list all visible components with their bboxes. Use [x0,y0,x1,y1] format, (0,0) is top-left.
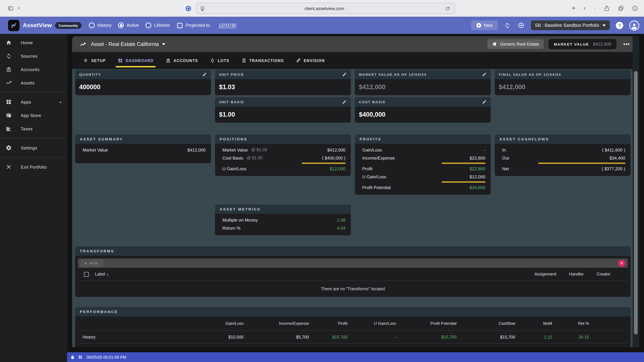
new-button[interactable]: New [471,20,497,30]
sidebar-item-home[interactable]: Home [0,36,67,49]
tab-label: ENVISION [304,58,325,62]
kv-row: Return %4.04 [215,224,351,232]
tab-overview-icon[interactable] [616,4,625,12]
mode-radio-lifetime[interactable]: Lifetime [146,22,170,28]
card-value[interactable]: $412,000 [495,79,630,95]
gear-icon [5,145,12,151]
kv-row: Multiple on Money1.08 [215,216,351,224]
sidebar-item-apps[interactable]: Apps▸ [0,95,67,109]
transforms-empty-message: There are no "Transforms" located [78,281,628,297]
close-icon [5,164,12,170]
tab-dashboard[interactable]: DASHBOARD [113,52,158,69]
house-icon [492,41,497,46]
edit-pencil-icon[interactable] [482,72,487,77]
add-transform-button[interactable]: + [618,260,625,267]
edit-pencil-icon[interactable] [202,72,207,77]
title-caret-icon[interactable] [162,43,166,45]
edit-pencil-icon[interactable] [482,99,487,104]
sidebar-item-assets[interactable]: Assets [0,76,67,89]
save-icon [78,355,82,359]
mode-radio-active[interactable]: Active [118,22,139,28]
kv-row: In( $411,600 ) [495,146,630,154]
row-value: $412,000 [327,147,346,152]
chevron-right-icon: ▸ [60,100,62,104]
sidebar-item-label: Assets [21,80,34,85]
performance-cell: $15,700 [398,335,458,339]
card-header: QUANTITY [75,70,211,79]
avatar[interactable] [629,20,639,30]
sidebar: HomeSourcesAccountsAssetsApps▸App StoreT… [0,34,67,362]
run-button[interactable]: ▶ RUN [80,260,103,267]
sidebar-item-app-store[interactable]: App Store [0,109,67,122]
sidebar-item-taxes[interactable]: Taxes [0,122,67,135]
tab-label: TRANSACTIONS [249,58,284,62]
browser-toolbar: ∨ client.assetview.com + ‹ › [0,0,644,17]
label-column-sort[interactable]: Label ↓ [95,272,109,277]
share-icon[interactable] [602,4,611,12]
app-logo-icon[interactable] [8,19,20,31]
toolbar-chevron-icon[interactable]: ∨ [16,5,22,12]
sync-icon [5,53,12,59]
tab-accounts[interactable]: ACCOUNTS [161,52,202,69]
page-info-icon[interactable] [630,4,639,12]
performance-title: PERFORMANCE [75,307,630,317]
projected-date-link[interactable]: 12/31/30 [218,23,236,28]
more-options-button[interactable]: ••• [621,41,632,47]
trending-up-icon [80,41,86,47]
summary-panels: ASSET SUMMARYMarket Value$412,000POSITIO… [75,134,630,235]
card-final-value-as-of-12-04-24: FINAL VALUE AS OF 12/04/24$412,000 [495,70,630,95]
sidebar-item-exit-portfolio[interactable]: Exit Portfolio [0,160,67,174]
edit-pencil-icon[interactable] [342,72,347,77]
portfolio-selector[interactable]: SB : Baseline Sandbox Portfolio [531,20,610,30]
asset-category-badge[interactable]: Generic Real Estate [487,39,544,49]
reader-icon [200,5,205,11]
sort-down-icon: ↓ [106,272,109,277]
sidebar-item-settings[interactable]: Settings [0,141,67,155]
projected-to-checkbox[interactable]: Projected to [177,23,210,28]
card-value[interactable]: $400,000 [355,107,491,123]
edit-pencil-icon[interactable] [342,99,347,104]
sync-icon[interactable] [503,21,511,29]
reload-icon[interactable] [444,4,452,12]
kv-row: Income/Expense$22,800 [355,154,491,162]
card-value[interactable]: $1.00 [215,107,351,123]
gold-double-rule [442,163,485,164]
tab-envision[interactable]: ENVISION [291,52,330,69]
app-header: AssetView Community HistoryActiveLifetim… [0,17,644,34]
panel-positions: POSITIONSMarket Value@ $1.03$412,000Cost… [215,134,351,176]
row-value: ( $411,600 ) [602,147,625,152]
select-all-checkbox[interactable] [84,272,89,277]
performance-column-header: Profit [311,321,350,326]
receipt-icon [242,58,246,63]
help-button[interactable]: ? [616,22,623,29]
password-extension-icon[interactable] [184,4,193,13]
mode-radio-history[interactable]: History [89,22,112,28]
sidebar-item-sources[interactable]: Sources [0,49,67,63]
row-sub-label: @ $1.03 [251,147,267,152]
watch-icon[interactable] [517,21,525,29]
back-icon[interactable]: ‹ [582,3,587,13]
tab-lots[interactable]: LOTS [206,52,234,69]
creator-column: Creator [596,272,610,277]
card-value[interactable]: $412,000 [355,79,491,95]
performance-cell: - [350,335,398,339]
row-value: - [484,147,485,152]
address-bar[interactable]: client.assetview.com [196,3,455,14]
card-value[interactable]: $1.03 [215,79,351,95]
forward-icon[interactable]: › [592,3,597,13]
sidebar-toggle-icon[interactable] [6,4,16,12]
sidebar-item-label: Apps [21,99,31,104]
asset-title[interactable]: Asset - Real Estate California [91,41,159,47]
sidebar-item-label: Accounts [21,67,40,72]
scrollbar-thumb[interactable] [634,71,638,335]
new-tab-icon[interactable]: + [570,3,577,13]
sidebar-item-accounts[interactable]: Accounts [0,63,67,76]
tab-setup[interactable]: SETUP [79,52,110,69]
card-market-value-as-of-12-04-24: MARKET VALUE AS OF 12/04/24$412,000 [355,70,491,95]
card-value[interactable]: 400000 [75,79,211,95]
gold-double-rule [302,163,346,164]
card-cost-basis: COST BASIS$400,000 [355,97,491,123]
tab-transactions[interactable]: TRANSACTIONS [237,52,289,69]
card-label: UNIT PRICE [219,72,244,76]
scrollbar-track[interactable] [632,36,639,348]
